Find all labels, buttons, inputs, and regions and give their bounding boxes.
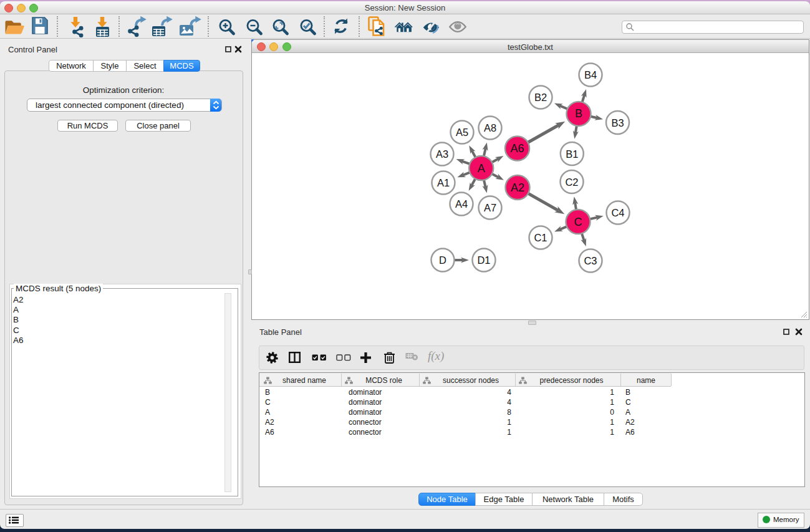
svg-text:A8: A8 xyxy=(484,122,496,133)
svg-text:A: A xyxy=(478,162,485,175)
svg-text:A2: A2 xyxy=(511,181,524,194)
svg-text:C4: C4 xyxy=(611,207,624,218)
svg-text:B1: B1 xyxy=(566,148,578,160)
svg-text:B4: B4 xyxy=(584,69,597,80)
svg-text:A3: A3 xyxy=(436,148,448,160)
svg-text:C2: C2 xyxy=(565,177,578,188)
svg-text:D: D xyxy=(439,254,446,266)
svg-text:A6: A6 xyxy=(510,142,524,155)
svg-text:C: C xyxy=(574,216,582,228)
svg-text:A4: A4 xyxy=(455,198,468,210)
svg-text:C3: C3 xyxy=(584,255,597,266)
svg-text:B3: B3 xyxy=(611,117,624,128)
svg-text:C1: C1 xyxy=(534,232,547,243)
svg-text:B: B xyxy=(575,107,582,120)
svg-text:A7: A7 xyxy=(484,202,496,213)
svg-text:A5: A5 xyxy=(456,127,468,138)
svg-text:A1: A1 xyxy=(437,177,450,188)
svg-text:D1: D1 xyxy=(477,254,490,266)
svg-text:B2: B2 xyxy=(534,92,547,103)
